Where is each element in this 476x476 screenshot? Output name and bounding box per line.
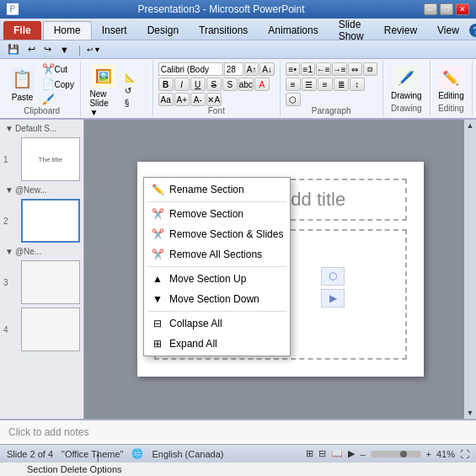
new-slide-button[interactable]: 🖼️ NewSlide ▼: [86, 62, 120, 119]
minimize-button[interactable]: ─: [424, 3, 437, 15]
clear-format-button[interactable]: ✕A: [206, 93, 222, 106]
section-button[interactable]: §: [122, 98, 147, 109]
menu-item-move-down[interactable]: ▼ Move Section Down: [144, 289, 290, 309]
annotation-arrow: ↑: [94, 451, 101, 464]
numbered-list-button[interactable]: ≡1: [301, 62, 315, 76]
section-collapse-icon-3[interactable]: ▼: [5, 247, 13, 256]
tab-insert[interactable]: Insert: [92, 21, 137, 40]
slide-sorter-button[interactable]: ⊟: [318, 448, 326, 459]
copy-button[interactable]: 📄 Copy: [40, 78, 77, 91]
font-case-button[interactable]: Aa: [158, 93, 174, 106]
menu-item-remove-section-slides[interactable]: ✂️ Remove Section & Slides: [144, 224, 290, 244]
reading-view-button[interactable]: 📖: [331, 448, 343, 459]
line-spacing-button[interactable]: ↕: [350, 78, 365, 91]
zoom-in-button[interactable]: +: [426, 449, 431, 459]
tab-transitions[interactable]: Transitions: [189, 21, 258, 40]
layout-button[interactable]: 📐: [122, 72, 147, 83]
format-painter-button[interactable]: 🖌️: [40, 93, 77, 106]
scroll-down-button[interactable]: ▼: [467, 409, 474, 417]
ribbon-tabs: File Home Insert Design Transitions Anim…: [0, 19, 476, 40]
decrease-indent-button[interactable]: ←≡: [316, 62, 331, 76]
menu-item-rename[interactable]: ✏️ Rename Section: [144, 179, 290, 200]
strikethrough-button[interactable]: S: [206, 78, 222, 91]
scroll-up-button[interactable]: ▲: [467, 121, 474, 130]
columns-button[interactable]: ⧈: [363, 62, 377, 76]
justify-button[interactable]: ≣: [334, 78, 349, 91]
editing-button[interactable]: ✏️ Editing: [435, 64, 468, 102]
cut-button[interactable]: ✂️ Cut: [40, 62, 77, 76]
collapse-icon: ⊟: [151, 317, 164, 330]
menu-item-expand[interactable]: ⊞ Expand All: [144, 334, 290, 354]
qat-more-button[interactable]: ▼: [57, 44, 72, 56]
shadow-button[interactable]: S: [222, 78, 238, 91]
slide-row-2: 2: [3, 199, 80, 243]
tab-file[interactable]: File: [3, 21, 41, 40]
increase-indent-button[interactable]: →≡: [332, 62, 347, 76]
bold-button[interactable]: B: [158, 78, 174, 91]
help-icon[interactable]: ?: [469, 24, 476, 37]
zoom-level[interactable]: 41%: [436, 449, 455, 459]
drawing-button[interactable]: 🖊️ Drawing: [388, 64, 425, 102]
slide-thumb-4[interactable]: [21, 308, 80, 351]
tab-animations[interactable]: Animations: [258, 21, 328, 40]
tab-view[interactable]: View: [427, 21, 469, 40]
text-direction-button[interactable]: ⇔: [348, 62, 362, 76]
font-size-up2[interactable]: A+: [174, 93, 190, 106]
italic-button[interactable]: I: [174, 78, 190, 91]
font-size-input[interactable]: 28: [224, 62, 243, 76]
menu-item-move-up[interactable]: ▲ Move Section Up: [144, 269, 290, 289]
increase-font-button[interactable]: A↑: [244, 62, 259, 76]
reset-button[interactable]: ↺: [122, 85, 147, 96]
maximize-button[interactable]: □: [440, 3, 453, 15]
zoom-thumb: [400, 451, 407, 457]
decrease-font-button[interactable]: A↓: [259, 62, 274, 76]
save-qat-button[interactable]: 💾: [5, 43, 22, 56]
tab-design[interactable]: Design: [137, 21, 189, 40]
window-title: Presentation3 - Microsoft PowerPoint: [137, 3, 304, 15]
close-button[interactable]: ✕: [456, 3, 469, 15]
normal-view-button[interactable]: ⊞: [306, 448, 313, 459]
spacing-button[interactable]: abc: [238, 78, 254, 91]
redo-button[interactable]: ↪: [41, 43, 54, 56]
align-left-button[interactable]: ≡: [286, 78, 301, 91]
undo-button[interactable]: ↩: [25, 43, 38, 56]
tab-slideshow[interactable]: Slide Show: [329, 21, 374, 40]
tab-home[interactable]: Home: [43, 21, 92, 40]
font-color-button[interactable]: A: [254, 78, 270, 91]
section-collapse-icon-2[interactable]: ▼: [5, 185, 13, 195]
language-icon: 🌐: [131, 448, 143, 459]
smartart-button[interactable]: ⬡: [286, 93, 301, 106]
menu-item-remove-section[interactable]: ✂️ Remove Section: [144, 204, 290, 224]
paste-button[interactable]: 📋 Paste: [8, 66, 38, 104]
notes-area[interactable]: Click to add notes: [0, 419, 476, 444]
menu-item-collapse[interactable]: ⊟ Collapse All: [144, 313, 290, 334]
font-name-input[interactable]: Calibri (Body: [158, 62, 223, 76]
align-center-button[interactable]: ☰: [302, 78, 317, 91]
font-size-down2[interactable]: A-: [190, 93, 206, 106]
underline-button[interactable]: U: [190, 78, 206, 91]
tab-review[interactable]: Review: [374, 21, 427, 40]
fit-window-button[interactable]: ⛶: [460, 449, 469, 459]
undo-dropdown[interactable]: ↩▼: [84, 45, 104, 55]
slide-thumb-2[interactable]: [21, 199, 80, 243]
zoom-out-button[interactable]: –: [360, 449, 365, 459]
menu-item-remove-all[interactable]: ✂️ Remove All Sections: [144, 244, 290, 265]
notes-placeholder: Click to add notes: [8, 426, 88, 438]
title-bar: 🅿 Presentation3 - Microsoft PowerPoint ─…: [0, 0, 476, 19]
align-right-button[interactable]: ≡: [318, 78, 333, 91]
slide-panel: ▼ Default S... 1 The title ▼ @New... 2 ▼…: [0, 120, 84, 419]
section-name-1: Default S...: [15, 124, 56, 133]
slide-row-4: 4: [3, 308, 80, 351]
expand-icon: ⊞: [151, 337, 164, 350]
bullet-list-button[interactable]: ≡•: [286, 62, 300, 76]
slide-thumb-3[interactable]: [21, 260, 80, 304]
font-label: Font: [208, 106, 225, 117]
move-down-icon: ▼: [151, 292, 164, 306]
slide-row-1: 1 The title: [3, 137, 80, 181]
slide-icon-media[interactable]: ▶: [321, 289, 345, 308]
section-collapse-icon-1[interactable]: ▼: [5, 124, 13, 133]
zoom-slider[interactable]: [371, 451, 421, 457]
slide-thumb-1[interactable]: The title: [21, 137, 80, 181]
slide-icon-smartart[interactable]: ⬡: [321, 267, 345, 286]
slideshow-button[interactable]: ▶: [348, 448, 355, 459]
